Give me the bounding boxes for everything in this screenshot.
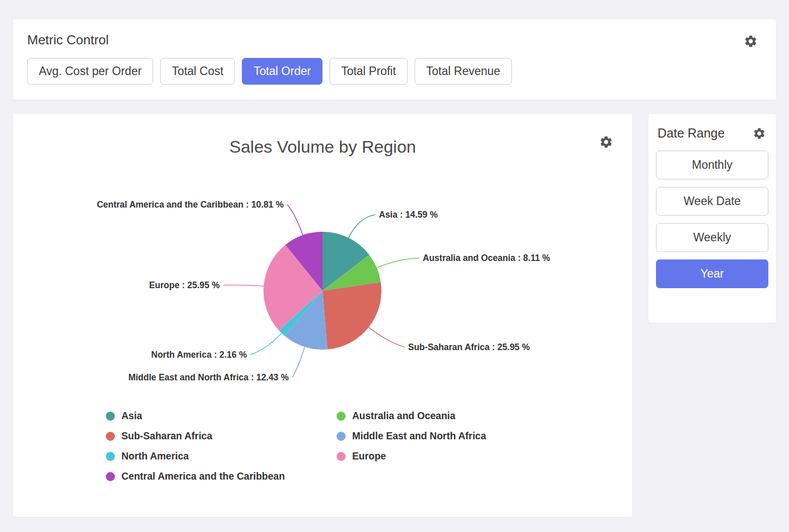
legend-item-australia-and-oceania[interactable]: Australia and Oceania [337,410,632,422]
date-range-button-monthly[interactable]: Monthly [656,151,768,179]
legend-label-sub-saharan-africa: Sub-Saharan Africa [121,430,212,442]
legend-dot-middle-east-and-north-africa [337,432,346,441]
legend-item-asia[interactable]: Asia [106,410,337,422]
date-range-button-weekly[interactable]: Weekly [656,223,768,252]
pie-label-line-australia-and-oceania [377,258,419,268]
chart-legend: AsiaAustralia and OceaniaSub-Saharan Afr… [13,410,632,482]
metric-button-total-cost[interactable]: Total Cost [160,58,235,85]
metric-buttons-group: Avg. Cost per OrderTotal CostTotal Order… [27,58,762,85]
legend-dot-europe [337,452,346,461]
pie-label-central-america-and-the-caribbean: Central America and the Caribbean : 10.8… [97,200,284,210]
pie-slice-sub-saharan-africa[interactable] [322,282,381,349]
legend-label-europe: Europe [352,450,386,462]
pie-label-australia-and-oceania: Australia and Oceania : 8.11 % [423,253,550,263]
legend-item-sub-saharan-africa[interactable]: Sub-Saharan Africa [106,430,337,442]
pie-label-asia: Asia : 14.59 % [379,210,438,220]
pie-label-line-north-america [250,334,282,355]
metric-control-title: Metric Control [27,32,762,48]
legend-dot-north-america [106,452,115,461]
legend-label-asia: Asia [121,410,142,422]
pie-label-middle-east-and-north-africa: Middle East and North Africa : 12.43 % [128,372,289,382]
legend-dot-asia [106,412,115,421]
date-range-button-year[interactable]: Year [656,259,768,288]
pie-label-line-central-america-and-the-caribbean [287,205,303,235]
date-range-button-week-date[interactable]: Week Date [656,187,768,216]
legend-dot-central-america-and-the-caribbean [106,472,115,481]
legend-dot-australia-and-oceania [337,412,346,421]
chart-settings-gear-icon[interactable] [599,135,613,149]
date-range-settings-gear-icon[interactable] [753,127,766,140]
pie-label-europe: Europe : 25.95 % [149,280,220,290]
legend-label-middle-east-and-north-africa: Middle East and North Africa [352,430,486,442]
dashboard-page: Metric Control Avg. Cost per OrderTotal … [0,0,789,532]
legend-item-central-america-and-the-caribbean[interactable]: Central America and the Caribbean [106,471,337,482]
legend-label-north-america: North America [121,450,189,462]
metric-button-total-profit[interactable]: Total Profit [330,58,408,85]
legend-item-europe[interactable]: Europe [337,450,632,462]
date-range-title: Date Range [656,126,768,141]
metric-control-card: Metric Control Avg. Cost per OrderTotal … [13,19,776,100]
metric-button-avg-cost-per-order[interactable]: Avg. Cost per Order [27,58,153,85]
legend-item-middle-east-and-north-africa[interactable]: Middle East and North Africa [337,430,632,442]
lower-section: Sales Volume by Region Asia : 14.59 %Aus… [13,114,776,517]
pie-chart: Asia : 14.59 %Australia and Oceania : 8.… [13,170,632,407]
date-range-card: Date Range MonthlyWeek DateWeeklyYear [648,114,776,323]
pie-label-sub-saharan-africa: Sub-Saharan Africa : 25.95 % [408,342,530,352]
pie-label-line-middle-east-and-north-africa [292,347,305,377]
metric-settings-gear-icon[interactable] [744,34,758,48]
metric-button-total-revenue[interactable]: Total Revenue [415,58,512,85]
legend-label-australia-and-oceania: Australia and Oceania [352,410,455,422]
legend-dot-sub-saharan-africa [106,432,115,441]
pie-label-line-sub-saharan-africa [369,327,405,347]
legend-label-central-america-and-the-caribbean: Central America and the Caribbean [121,471,285,482]
pie-label-north-america: North America : 2.16 % [151,350,247,360]
pie-label-line-asia [349,215,375,238]
date-range-buttons-group: MonthlyWeek DateWeeklyYear [656,151,768,288]
sales-volume-chart-card: Sales Volume by Region Asia : 14.59 %Aus… [13,114,632,517]
legend-item-north-america[interactable]: North America [106,450,337,462]
pie-label-line-europe [223,285,264,287]
chart-title: Sales Volume by Region [13,114,632,157]
metric-button-total-order[interactable]: Total Order [242,58,322,85]
